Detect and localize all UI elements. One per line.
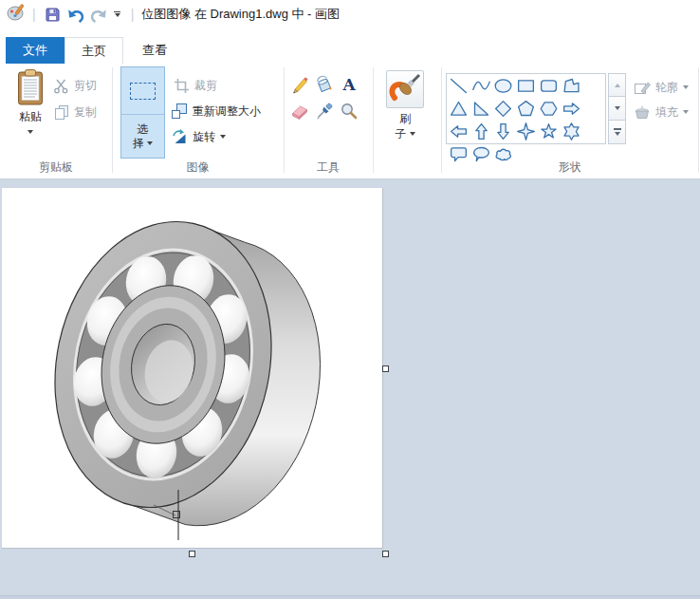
app-logo-icon xyxy=(7,3,27,26)
selection-handle-right[interactable] xyxy=(382,365,389,372)
shapes-scroll-down-button[interactable] xyxy=(608,97,626,121)
tools-section-label: 工具 xyxy=(284,159,373,176)
section-divider xyxy=(373,67,374,173)
outline-label: 轮廓 xyxy=(655,80,678,96)
paint-window: | | 位图图像 在 Drawing1.dwg xyxy=(0,0,700,599)
scissors-icon xyxy=(53,78,69,94)
qat-more-button[interactable] xyxy=(110,4,125,25)
chevron-down-icon xyxy=(28,130,33,134)
selection-rectangle-icon xyxy=(130,83,156,100)
qat-save-button[interactable] xyxy=(42,4,64,25)
resize-button[interactable]: 重新调整大小 xyxy=(169,100,263,122)
shape-fill-button[interactable]: 填充 xyxy=(632,101,691,123)
copy-button[interactable]: 复制 xyxy=(51,101,99,123)
selection-handle-bottom[interactable] xyxy=(189,551,195,557)
chevron-down-icon xyxy=(683,85,689,89)
eyedropper-icon xyxy=(315,102,334,121)
chevron-down-icon xyxy=(147,141,153,145)
ribbon: 粘贴 剪切 复制 剪贴板 选 xyxy=(0,64,700,179)
crop-button[interactable]: 裁剪 xyxy=(172,74,219,97)
shape-star-6-icon[interactable] xyxy=(560,121,582,143)
fill-bucket-icon xyxy=(315,75,334,94)
chevron-down-icon xyxy=(683,110,689,114)
resize-icon xyxy=(171,103,188,120)
fill-tool-button[interactable] xyxy=(313,73,336,96)
shape-triangle-icon[interactable] xyxy=(448,98,470,121)
shapes-gallery-expand-button[interactable] xyxy=(608,121,626,144)
magnifier-tool-button[interactable] xyxy=(338,100,360,122)
shape-pentagon-icon[interactable] xyxy=(515,98,538,121)
shape-hexagon-icon[interactable] xyxy=(538,98,561,121)
shape-right-triangle-icon[interactable] xyxy=(470,98,492,121)
shape-rectangle-icon[interactable] xyxy=(515,75,538,98)
shape-star-5-icon[interactable] xyxy=(538,121,561,143)
triangle-down-icon xyxy=(615,106,620,110)
cut-button[interactable]: 剪切 xyxy=(51,74,99,97)
qat-more-bar xyxy=(114,11,120,12)
chevron-down-icon xyxy=(115,13,120,17)
status-bar-edge xyxy=(0,595,700,599)
shape-line-icon[interactable] xyxy=(448,75,470,98)
shapes-gallery xyxy=(446,73,606,144)
rotate-icon xyxy=(171,128,188,145)
section-divider xyxy=(441,67,442,173)
shapes-section-label: 形状 xyxy=(441,159,698,176)
tab-bar: 文件 主页 查看 xyxy=(0,28,700,64)
brush-icon-frame xyxy=(386,70,424,108)
copy-icon xyxy=(53,104,69,121)
paint-canvas[interactable] xyxy=(2,188,383,549)
tab-file[interactable]: 文件 xyxy=(6,37,64,64)
chevron-down-icon xyxy=(410,132,415,136)
shape-fill-label: 填充 xyxy=(655,104,678,121)
brush-icon xyxy=(388,72,422,106)
select-label-line2: 择 xyxy=(133,137,144,151)
select-label-line1: 选 xyxy=(138,122,149,137)
shape-arrow-left-icon[interactable] xyxy=(448,121,470,143)
clipboard-icon xyxy=(16,68,45,106)
shape-arrow-down-icon[interactable] xyxy=(492,121,515,143)
shape-fill-icon xyxy=(634,103,651,121)
shape-diamond-icon[interactable] xyxy=(492,98,515,121)
redo-icon xyxy=(89,7,108,23)
title-bar: | | 位图图像 在 Drawing1.dwg xyxy=(0,0,700,28)
brush-button[interactable]: 刷 子 xyxy=(382,70,428,161)
copy-label: 复制 xyxy=(74,104,97,121)
brush-label-line2: 子 xyxy=(396,126,407,141)
rotate-button[interactable]: 旋转 xyxy=(169,125,228,148)
titlebar-separator: | xyxy=(131,7,135,22)
color-picker-tool-button[interactable] xyxy=(313,100,336,122)
select-button[interactable]: 选 择 xyxy=(120,66,165,159)
tab-home[interactable]: 主页 xyxy=(64,37,123,64)
shape-polygon-icon[interactable] xyxy=(560,75,582,98)
select-button-bottom[interactable]: 选 择 xyxy=(121,115,164,158)
shape-rounded-rectangle-icon[interactable] xyxy=(538,75,561,98)
select-button-top[interactable] xyxy=(121,67,164,115)
text-tool-icon: A xyxy=(342,75,355,94)
paste-button[interactable]: 粘贴 xyxy=(8,68,53,158)
titlebar-separator: | xyxy=(32,7,36,22)
eraser-icon xyxy=(290,102,309,121)
outline-button[interactable]: 轮廓 xyxy=(632,76,691,99)
resize-label: 重新调整大小 xyxy=(193,103,261,120)
shape-arrow-up-icon[interactable] xyxy=(470,121,492,143)
pencil-icon xyxy=(290,75,309,94)
qat-undo-button[interactable] xyxy=(64,4,87,25)
tab-view[interactable]: 查看 xyxy=(123,37,186,64)
shape-star-4-icon[interactable] xyxy=(515,121,538,143)
pencil-tool-button[interactable] xyxy=(288,73,311,96)
eraser-tool-button[interactable] xyxy=(288,100,311,122)
paste-label: 粘贴 xyxy=(19,109,42,125)
brush-label-line1: 刷 xyxy=(399,112,411,125)
expand-bar-icon xyxy=(614,128,621,130)
clipboard-section-label: 剪贴板 xyxy=(0,159,112,176)
text-tool-button[interactable]: A xyxy=(338,73,360,96)
crop-label: 裁剪 xyxy=(194,78,217,94)
shape-arrow-right-icon[interactable] xyxy=(560,98,582,121)
shapes-scroll-up-button[interactable] xyxy=(608,73,626,97)
shape-curve-icon[interactable] xyxy=(470,75,492,98)
rotate-label: 旋转 xyxy=(193,129,215,145)
selection-handle-corner[interactable] xyxy=(382,551,389,557)
section-divider xyxy=(112,67,113,173)
shape-oval-icon[interactable] xyxy=(492,75,515,98)
qat-redo-button[interactable] xyxy=(87,4,110,25)
